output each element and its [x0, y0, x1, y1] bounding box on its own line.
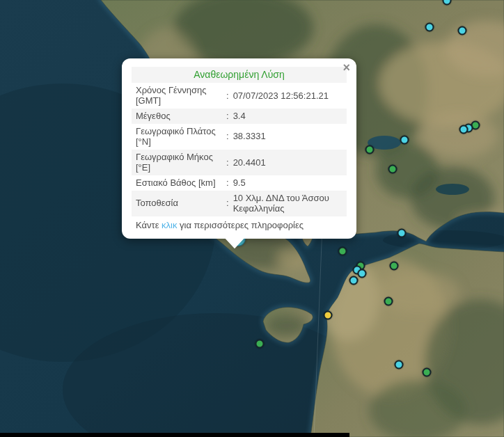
- row-separator: :: [226, 111, 232, 122]
- table-row: Τοποθεσία : 10 Χλμ. ΔΝΔ του Άσσου Κεφαλλ…: [132, 191, 347, 216]
- close-icon: ×: [342, 61, 350, 74]
- row-label: Εστιακό Βάθος [km]: [132, 177, 226, 189]
- earthquake-marker[interactable]: [358, 269, 367, 278]
- more-info-link[interactable]: κλικ: [162, 220, 177, 230]
- popup-title: Αναθεωρημένη Λύση: [132, 67, 347, 83]
- earthquake-marker[interactable]: [459, 125, 468, 134]
- row-value: 10 Χλμ. ΔΝΔ του Άσσου Κεφαλληνίας: [232, 192, 347, 215]
- table-row: Γεωγραφικό Πλάτος [°N] : 38.3331: [132, 124, 347, 150]
- earthquake-marker[interactable]: [384, 297, 393, 306]
- earthquake-marker[interactable]: [443, 0, 452, 6]
- map-viewport[interactable]: × Αναθεωρημένη Λύση Χρόνος Γέννησης [GMT…: [0, 0, 504, 437]
- earthquake-marker[interactable]: [423, 368, 432, 377]
- earthquake-marker[interactable]: [338, 247, 347, 256]
- row-value: 9.5: [232, 177, 347, 189]
- popup-footer: Κάντε κλικ για περισσότερες πληροφορίες: [132, 216, 347, 231]
- row-label: Χρόνος Γέννησης [GMT]: [132, 84, 226, 107]
- earthquake-popup: × Αναθεωρημένη Λύση Χρόνος Γέννησης [GMT…: [122, 58, 356, 239]
- earthquake-marker[interactable]: [324, 311, 333, 320]
- earthquake-marker[interactable]: [400, 136, 409, 145]
- earthquake-marker[interactable]: [255, 340, 265, 349]
- row-separator: :: [226, 157, 232, 168]
- earthquake-marker[interactable]: [365, 145, 375, 154]
- earthquake-marker[interactable]: [425, 23, 434, 32]
- earthquake-marker[interactable]: [395, 360, 404, 370]
- table-row: Εστιακό Βάθος [km] : 9.5: [132, 175, 347, 191]
- row-separator: :: [226, 177, 232, 189]
- popup-close-button[interactable]: ×: [341, 60, 352, 75]
- row-label: Γεωγραφικό Πλάτος [°N]: [132, 125, 226, 148]
- row-separator: :: [226, 90, 232, 102]
- row-value: 3.4: [232, 110, 347, 122]
- row-label: Μέγεθος: [132, 110, 226, 122]
- earthquake-marker[interactable]: [349, 276, 359, 285]
- earthquake-marker[interactable]: [458, 26, 467, 35]
- row-value: 38.3331: [232, 130, 347, 143]
- row-separator: :: [226, 198, 232, 209]
- table-row: Μέγεθος : 3.4: [132, 109, 347, 124]
- earthquake-marker[interactable]: [390, 262, 399, 271]
- footer-text-pre: Κάντε: [136, 220, 162, 230]
- popup-table: Χρόνος Γέννησης [GMT] : 07/07/2023 12:56…: [132, 83, 347, 216]
- row-value: 20.4401: [232, 157, 347, 169]
- table-row: Χρόνος Γέννησης [GMT] : 07/07/2023 12:56…: [132, 83, 347, 109]
- earthquake-marker[interactable]: [397, 229, 407, 238]
- earthquake-marker[interactable]: [388, 165, 397, 174]
- row-separator: :: [226, 131, 232, 142]
- row-label: Γεωγραφικό Μήκος [°E]: [132, 151, 226, 174]
- row-value: 07/07/2023 12:56:21.21: [232, 90, 347, 102]
- row-label: Τοποθεσία: [132, 197, 226, 209]
- footer-text-post: για περισσότερες πληροφορίες: [177, 220, 304, 230]
- table-row: Γεωγραφικό Μήκος [°E] : 20.4401: [132, 150, 347, 175]
